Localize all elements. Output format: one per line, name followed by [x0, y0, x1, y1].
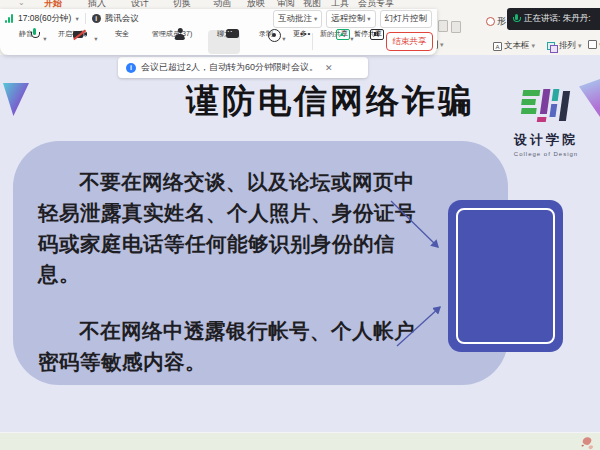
divider	[85, 13, 86, 24]
arrange-tool[interactable]: 排列 ▾	[547, 40, 582, 52]
new-share-button[interactable]: 新的共享	[320, 28, 348, 39]
info-icon: i	[126, 63, 136, 73]
pause-share-button[interactable]: 暂停共享	[354, 28, 382, 39]
shape-label: 形	[497, 15, 506, 28]
security-button[interactable]: 安全	[115, 28, 129, 39]
end-share-button[interactable]: 结束共享	[386, 32, 433, 51]
speaking-indicator: 正在讲话: 朱丹丹:	[507, 8, 600, 30]
mic-active-icon	[513, 14, 520, 25]
shape-tool[interactable]: 形	[486, 15, 506, 28]
camera-button[interactable]: 开启视频	[58, 28, 86, 39]
info-icon[interactable]: i	[92, 14, 101, 23]
arrange-icon	[547, 42, 557, 51]
chevron-down-icon: ▾	[367, 15, 370, 23]
college-logo: 设计学院 College of Design	[498, 89, 594, 157]
textbox-icon: A	[493, 42, 502, 51]
logo-mark-icon	[519, 89, 574, 123]
textbox-label: 文本框	[504, 40, 530, 52]
divider	[312, 33, 313, 50]
meeting-notice: i 会议已超过2人，自动转为60分钟限时会议。 ✕	[118, 57, 368, 78]
arrange-label: 排列	[559, 40, 576, 52]
notice-text: 会议已超过2人，自动转为60分钟限时会议。	[141, 61, 318, 74]
ribbon-row2: ▦▾ A 文本框 ▾ 排列 ▾ ▾	[425, 40, 600, 54]
chevron-down-icon[interactable]: ▾	[282, 35, 285, 43]
meeting-app-name: 腾讯会议	[105, 13, 139, 25]
shared-slide: i 会议已超过2人，自动转为60分钟限时会议。 ✕ 谨防电信网络诈骗 设计学院 …	[0, 55, 600, 432]
slide-control-button[interactable]: 幻灯片控制	[380, 10, 433, 28]
meeting-toolbar: 17:08(60分钟) ▾ i 腾讯会议 互动批注▾ 远程控制▾ 幻灯片控制 静…	[0, 9, 437, 55]
slide-size-tool[interactable]: ▾	[588, 40, 600, 49]
clipboard-icons[interactable]	[438, 20, 464, 34]
more-button[interactable]: 更多	[293, 28, 307, 39]
slide-content-box: 不要在网络交谈、以及论坛或网页中轻易泄露真实姓名、个人照片、身份证号码或家庭电话…	[13, 141, 508, 385]
network-signal-icon	[5, 14, 14, 23]
chevron-down-icon[interactable]: ▾	[75, 15, 78, 23]
record-button[interactable]: 录制	[259, 28, 273, 39]
mute-button[interactable]: 静音	[19, 28, 33, 39]
meeting-toolbar-top: 17:08(60分钟) ▾ i 腾讯会议 互动批注▾ 远程控制▾ 幻灯片控制	[0, 9, 437, 28]
chevron-down-icon[interactable]: ▾	[94, 35, 97, 43]
tablet-shape	[448, 200, 563, 352]
remote-control-button[interactable]: 远程控制▾	[326, 10, 375, 28]
bottom-strip	[0, 432, 600, 450]
chevron-down-icon[interactable]: ▾	[43, 35, 46, 43]
chevron-down-icon: ▾	[578, 42, 582, 50]
logo-name: 设计学院	[498, 131, 594, 149]
slide-paragraph-2: 不在网络中透露银行帐号、个人帐户密码等敏感内容。	[38, 316, 430, 378]
screen: ⌄ 开始 插入 设计 切换 动画 放映 审阅 视图 工具 会员专享 形 ▦▾ A…	[0, 0, 600, 450]
annotate-button[interactable]: 互动批注▾	[273, 10, 322, 28]
meeting-toolbar-bottom: 静音 ▾ 开启视频 ▾ 安全 管理成员(37) 聊天 录制 ▾ 更多 新的共享 …	[0, 28, 437, 55]
speaking-label: 正在讲话: 朱丹丹:	[524, 13, 591, 25]
shape-icon	[486, 17, 495, 26]
chat-button[interactable]: 聊天	[217, 28, 231, 39]
decor-triangle-left	[3, 83, 29, 116]
quick-access-caret-icon[interactable]: ⌄	[18, 0, 25, 7]
logo-subtitle: College of Design	[498, 151, 594, 157]
slide-paragraph-1: 不要在网络交谈、以及论坛或网页中轻易泄露真实姓名、个人照片、身份证号码或家庭电话…	[38, 167, 430, 290]
members-button[interactable]: 管理成员(37)	[152, 28, 192, 39]
textbox-tool[interactable]: A 文本框 ▾	[493, 40, 535, 52]
flower-decoration	[582, 436, 593, 447]
close-icon[interactable]: ✕	[325, 63, 333, 73]
chevron-down-icon: ▾	[314, 15, 317, 23]
chevron-down-icon: ▾	[532, 42, 536, 50]
meeting-timer[interactable]: 17:08(60分钟)	[18, 13, 71, 25]
